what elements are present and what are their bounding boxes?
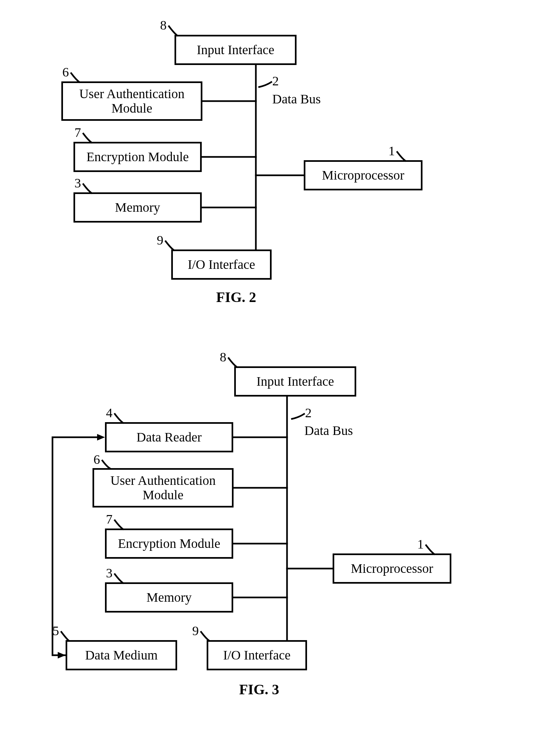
fig2-ref-6: 6 <box>62 65 69 79</box>
fig3-data-reader-label: Data Reader <box>136 430 202 444</box>
fig3-caption: FIG. 3 <box>210 681 308 698</box>
fig3-data-medium-label: Data Medium <box>85 648 157 662</box>
fig2-input-interface-box: Input Interface <box>175 35 296 65</box>
fig3-io-interface-label: I/O Interface <box>223 648 290 662</box>
svg-marker-11 <box>97 434 105 440</box>
fig3-ref-6: 6 <box>94 452 100 467</box>
fig3-data-medium-box: Data Medium <box>66 640 177 670</box>
fig2-ref-9: 9 <box>157 233 163 248</box>
fig2-ref-2: 2 <box>272 74 279 88</box>
fig3-ref-5: 5 <box>52 624 59 638</box>
fig2-encryption-label: Encryption Module <box>86 150 189 164</box>
fig2-memory-label: Memory <box>115 200 160 215</box>
fig3-user-auth-box: User Authentication Module <box>93 468 234 507</box>
fig3-data-reader-box: Data Reader <box>105 422 233 452</box>
fig3-encryption-label: Encryption Module <box>118 536 220 551</box>
fig3-ref-4: 4 <box>106 406 113 420</box>
fig2-ref-7: 7 <box>74 125 81 140</box>
fig2-user-auth-label: User Authentication Module <box>65 87 199 115</box>
fig2-memory-box: Memory <box>73 192 202 223</box>
fig3-memory-label: Memory <box>147 590 192 605</box>
fig2-io-interface-box: I/O Interface <box>171 250 271 280</box>
fig2-caption: FIG. 2 <box>187 289 285 306</box>
fig3-user-auth-label: User Authentication Module <box>96 473 230 502</box>
fig3-bus-label: Data Bus <box>304 423 353 438</box>
fig3-input-interface-label: Input Interface <box>257 374 334 389</box>
fig2-user-auth-box: User Authentication Module <box>61 81 202 121</box>
fig3-memory-box: Memory <box>105 582 233 613</box>
svg-marker-12 <box>58 652 66 658</box>
fig2-microprocessor-box: Microprocessor <box>304 160 422 190</box>
fig3-microprocessor-label: Microprocessor <box>351 561 433 576</box>
fig3-ref-8: 8 <box>220 350 226 364</box>
fig3-ref-1: 1 <box>417 537 424 552</box>
page: Input Interface User Authentication Modu… <box>0 0 535 756</box>
fig3-ref-7: 7 <box>106 512 113 527</box>
fig3-microprocessor-box: Microprocessor <box>333 554 451 584</box>
fig3-input-interface-box: Input Interface <box>234 366 356 397</box>
fig2-ref-1: 1 <box>388 144 395 158</box>
fig2-input-interface-label: Input Interface <box>197 43 274 57</box>
fig3-ref-2: 2 <box>305 406 312 420</box>
fig3-ref-9: 9 <box>192 624 199 638</box>
fig2-microprocessor-label: Microprocessor <box>322 168 404 183</box>
fig2-ref-8: 8 <box>160 18 167 33</box>
fig2-io-interface-label: I/O Interface <box>188 257 255 272</box>
fig2-ref-3: 3 <box>74 176 81 190</box>
fig3-ref-3: 3 <box>106 566 113 580</box>
fig2-bus-label: Data Bus <box>272 92 321 106</box>
fig3-encryption-box: Encryption Module <box>105 529 233 559</box>
fig2-encryption-box: Encryption Module <box>73 142 202 172</box>
fig3-io-interface-box: I/O Interface <box>207 640 307 670</box>
